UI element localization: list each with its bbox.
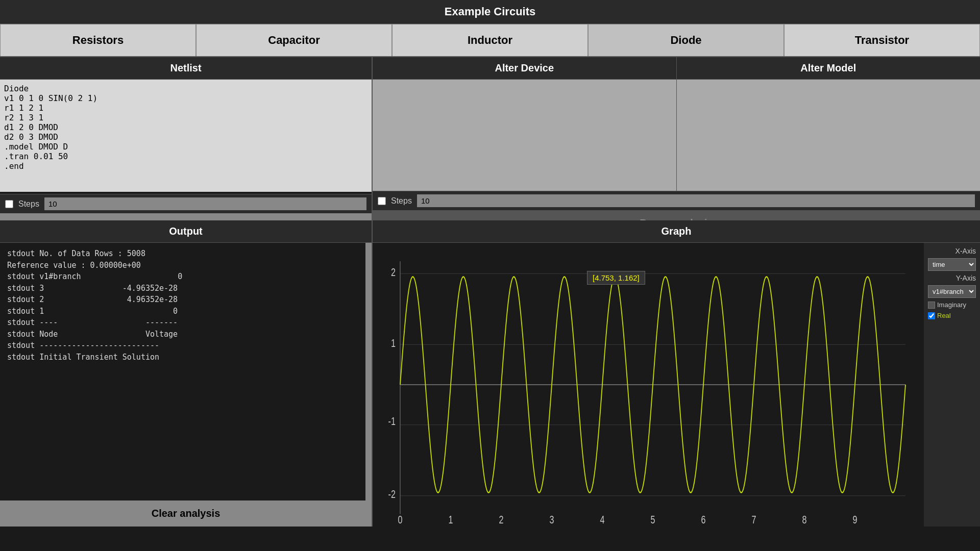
svg-text:8: 8	[802, 514, 806, 526]
alter-steps-input[interactable]	[417, 194, 975, 207]
tab-resistors[interactable]: Resistors	[0, 24, 196, 56]
imaginary-legend-label: Imaginary	[937, 301, 966, 309]
tab-inductor[interactable]: Inductor	[392, 24, 588, 56]
alter-section: Alter Device Alter Model Steps Pause ana…	[373, 57, 980, 220]
y-axis-select[interactable]: v1#branch	[928, 285, 976, 298]
alter-header-row: Alter Device Alter Model	[373, 57, 980, 80]
real-legend-row: Real	[928, 312, 976, 319]
svg-text:7: 7	[751, 514, 756, 526]
graph-content: [4.753, 1.162]	[373, 243, 980, 527]
alter-model-header: Alter Model	[677, 57, 981, 80]
netlist-section: Netlist Steps Start analysis	[0, 57, 372, 220]
output-line: stdout v1#branch 0	[7, 271, 364, 283]
svg-text:2: 2	[391, 266, 396, 279]
output-line: stdout Node Voltage	[7, 329, 364, 340]
netlist-header: Netlist	[0, 57, 372, 80]
svg-text:5: 5	[650, 514, 655, 526]
x-axis-select[interactable]: time	[928, 258, 976, 271]
output-line: stdout ---- -------	[7, 317, 364, 329]
main-content: Netlist Steps Start analysis Output stdo…	[0, 57, 980, 527]
real-legend-checkbox[interactable]	[928, 312, 935, 319]
output-scrollbar[interactable]	[365, 243, 372, 500]
x-axis-label: X-Axis	[928, 247, 976, 255]
svg-text:1: 1	[448, 514, 453, 526]
graph-header: Graph	[373, 220, 980, 243]
tab-diode[interactable]: Diode	[588, 24, 784, 56]
netlist-steps-row: Steps	[0, 194, 372, 213]
output-header: Output	[0, 220, 372, 243]
tab-transistor[interactable]: Transistor	[784, 24, 980, 56]
alter-device-panel	[373, 80, 677, 191]
svg-text:0: 0	[398, 514, 402, 526]
imaginary-legend-row: Imaginary	[928, 301, 976, 309]
real-legend-label: Real	[937, 312, 951, 319]
alter-steps-row: Steps	[373, 191, 980, 210]
netlist-steps-input[interactable]	[44, 197, 366, 210]
imaginary-color-box	[928, 302, 935, 309]
y-axis-label: Y-Axis	[928, 274, 976, 282]
output-line: stdout --------------------------	[7, 340, 364, 352]
output-content: stdout No. of Data Rows : 5008Reference …	[0, 243, 372, 500]
output-line: stdout Initial Transient Solution	[7, 352, 364, 363]
graph-section: Graph [4.753, 1.162]	[373, 220, 980, 527]
alter-steps-checkbox[interactable]	[378, 197, 386, 205]
alter-device-header: Alter Device	[373, 57, 677, 80]
svg-text:2: 2	[499, 514, 503, 526]
svg-text:4: 4	[600, 514, 604, 526]
alter-panels	[373, 80, 980, 191]
output-section: Output stdout No. of Data Rows : 5008Ref…	[0, 220, 372, 527]
output-line: stdout 2 4.96352e-28	[7, 294, 364, 306]
netlist-steps-label: Steps	[18, 199, 39, 209]
output-line: stdout 3 -4.96352e-28	[7, 283, 364, 294]
svg-text:6: 6	[701, 514, 705, 526]
graph-svg: 2 1 -1 -2 0 1 2 3 4 5 6 7 8 9	[373, 243, 924, 527]
netlist-input[interactable]	[0, 80, 372, 192]
svg-text:-2: -2	[388, 488, 396, 500]
output-line: Reference value : 0.00000e+00	[7, 260, 364, 271]
graph-area: [4.753, 1.162]	[373, 243, 924, 527]
output-line: stdout No. of Data Rows : 5008	[7, 248, 364, 260]
graph-controls: X-Axis time Y-Axis v1#branch Imaginary	[924, 243, 980, 527]
alter-steps-label: Steps	[391, 196, 412, 206]
output-line: stdout 1 0	[7, 306, 364, 317]
svg-text:-1: -1	[388, 415, 396, 427]
netlist-steps-checkbox[interactable]	[5, 200, 13, 208]
tab-capacitor[interactable]: Capacitor	[196, 24, 392, 56]
right-panel: Alter Device Alter Model Steps Pause ana…	[373, 57, 980, 527]
svg-text:3: 3	[549, 514, 554, 526]
tab-row: Resistors Capacitor Inductor Diode Trans…	[0, 24, 980, 57]
left-panel: Netlist Steps Start analysis Output stdo…	[0, 57, 373, 527]
clear-analysis-button[interactable]: Clear analysis	[0, 500, 372, 527]
svg-text:1: 1	[391, 337, 396, 349]
svg-text:9: 9	[852, 514, 857, 526]
alter-model-panel	[677, 80, 981, 191]
app-title: Example Circuits	[0, 0, 980, 24]
